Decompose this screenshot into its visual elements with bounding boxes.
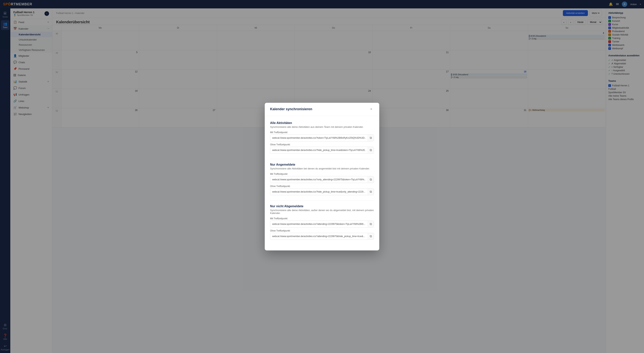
sync-copy-angemeldet-ohne[interactable]: ⧉ <box>368 189 374 195</box>
sync-field-abgemeldet-ohne-treff: ⧉ <box>270 233 374 240</box>
sync-desc-nur-angemeldete: Synchronisiere alle Aktivitäten bei dene… <box>270 167 374 170</box>
sync-field-angemeldet-ohne-treff: ⧉ <box>270 188 374 195</box>
modal-overlay[interactable]: Kalender synchronisieren × Alle Aktivitä… <box>0 0 644 353</box>
sync-input-angemeldet-ohne[interactable] <box>270 189 368 195</box>
sync-field-label-alle-ohne: Ohne Treffzeitpunkt <box>270 143 374 146</box>
sync-field-alle-mit-treff: ⧉ <box>270 135 374 141</box>
sync-field-label-alle-mit: Mit Treffzeitpunkt <box>270 131 374 134</box>
modal-title: Kalender synchronisieren <box>270 107 312 111</box>
sync-title-nur-angemeldete: Nur Angemeldete <box>270 163 374 166</box>
modal-close-button[interactable]: × <box>368 107 374 112</box>
sync-input-alle-ohne[interactable] <box>270 147 368 153</box>
sync-title-nur-nicht-abgemeldete: Nur nicht Abgemeldete <box>270 205 374 208</box>
sync-copy-angemeldet-mit[interactable]: ⧉ <box>368 176 374 183</box>
sync-desc-alle-aktivitaeten: Synchronisiere alle deine Aktivitäten au… <box>270 126 374 128</box>
sync-desc-nur-nicht-abgemeldete: Synchronisiere alle deine Aktivitäten, a… <box>270 209 374 214</box>
sync-section-alle-aktivitaeten: Alle Aktivitäten Synchronisiere alle dei… <box>270 121 374 154</box>
sync-copy-abgemeldet-mit[interactable]: ⧉ <box>368 221 374 227</box>
modal-body: Alle Aktivitäten Synchronisiere alle dei… <box>265 116 379 250</box>
sync-input-abgemeldet-mit[interactable] <box>270 221 368 227</box>
sync-copy-abgemeldet-ohne[interactable]: ⧉ <box>368 233 374 239</box>
sync-field-angemeldet-mit-treff: ⧉ <box>270 176 374 183</box>
sync-field-label-abgemeldet-mit: Mit Treffzeitpunkt <box>270 217 374 220</box>
sync-input-alle-mit[interactable] <box>270 135 368 141</box>
modal-header: Kalender synchronisieren × <box>265 103 379 116</box>
sync-section-nur-nicht-abgemeldete: Nur nicht Abgemeldete Synchronisiere all… <box>270 205 374 240</box>
sync-divider-1 <box>270 159 374 159</box>
sync-field-label-angemeldet-mit: Mit Treffzeitpunkt <box>270 173 374 175</box>
sync-field-abgemeldet-mit-treff: ⧉ <box>270 221 374 227</box>
sync-copy-alle-ohne[interactable]: ⧉ <box>368 147 374 153</box>
sync-field-label-angemeldet-ohne: Ohne Treffzeitpunkt <box>270 185 374 188</box>
sync-field-label-abgemeldet-ohne: Ohne Treffzeitpunkt <box>270 229 374 232</box>
sync-field-alle-ohne-treff: ⧉ <box>270 147 374 154</box>
sync-input-abgemeldet-ohne[interactable] <box>270 233 368 239</box>
kalender-sync-modal: Kalender synchronisieren × Alle Aktivitä… <box>265 103 379 250</box>
sync-section-nur-angemeldete: Nur Angemeldete Synchronisiere alle Akti… <box>270 163 374 195</box>
sync-input-angemeldet-mit[interactable] <box>270 177 368 182</box>
sync-copy-alle-mit[interactable]: ⧉ <box>368 135 374 141</box>
sync-title-alle-aktivitaeten: Alle Aktivitäten <box>270 121 374 125</box>
